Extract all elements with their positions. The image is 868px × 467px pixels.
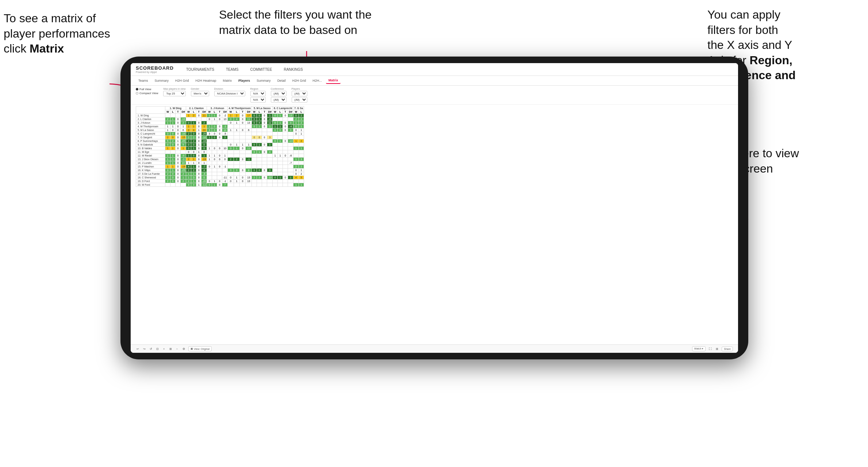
expand-icon[interactable]: ⛶ xyxy=(708,347,712,351)
table-row: 6. C Lamprecht 300-16 200-25 300-5 01 xyxy=(136,132,304,136)
logo-title: SCOREBOARD xyxy=(136,65,174,71)
sub-l-4: L xyxy=(234,110,239,114)
tab-matrix[interactable]: Matrix xyxy=(220,78,235,84)
settings-icon[interactable]: ⚙ xyxy=(182,347,185,351)
conference-label: Conference xyxy=(271,88,287,90)
refresh-icon[interactable]: ↺ xyxy=(149,347,153,351)
sub-t-4: T xyxy=(240,110,246,114)
share-btn[interactable]: Share xyxy=(722,347,733,351)
sub-t-1: T xyxy=(176,110,181,114)
table-row: 20. M Ford 331-11 0107 11 xyxy=(136,183,304,187)
tab-summary[interactable]: Summary xyxy=(152,78,172,84)
player-name-15: 15. P Maichon xyxy=(136,165,165,169)
matrix-table: 1. W Ding 2. L Clanton 3. J Koivun 4. M … xyxy=(136,106,304,187)
col-header-1: 1. W Ding xyxy=(165,107,186,110)
col-header-6: 6. C Lamprecht xyxy=(273,107,293,110)
watch-btn[interactable]: Watch ▾ xyxy=(692,346,706,351)
filter-max-players: Max players in view Top 25 xyxy=(163,88,185,96)
view-full-label: Full View xyxy=(139,88,151,91)
fit-icon[interactable]: ⊞ xyxy=(169,347,172,351)
player-name-18: 18. C Sherwood xyxy=(136,176,165,180)
gender-select[interactable]: Men's xyxy=(191,91,209,96)
share-icon-bottom[interactable]: ⊡ xyxy=(155,347,159,351)
table-row: 18. C Sherwood 2001 1300 -11 01013 220-1… xyxy=(136,176,304,180)
max-players-label: Max players in view xyxy=(163,88,185,90)
tab-h2h-more[interactable]: H2H... xyxy=(310,78,324,84)
players-select-2[interactable]: (All) xyxy=(292,97,307,103)
filters-row: Full View Compact View Max players in vi… xyxy=(131,86,738,105)
view-compact-label: Compact View xyxy=(139,92,158,95)
undo-icon[interactable]: ↩ xyxy=(136,347,139,351)
logo-subtitle: Powered by clippd xyxy=(136,71,174,73)
top-navigation: SCOREBOARD Powered by clippd TOURNAMENTS… xyxy=(131,63,738,76)
table-row: 8. P Summerhays 521-45 220-16 010-13 12 xyxy=(136,139,304,143)
nav-rankings[interactable]: RANKINGS xyxy=(281,67,305,72)
tab-h2h-grid[interactable]: H2H Grid xyxy=(173,78,192,84)
player-name-5: 5. M La Sasso xyxy=(136,128,165,132)
annotation-left: To see a matrix of player performances c… xyxy=(4,11,120,57)
player-name-7: 7. G Sargent xyxy=(136,136,165,139)
table-row: 7. G Sargent 200-15 220-16 1003 0003 xyxy=(136,136,304,139)
division-label: Division xyxy=(214,88,245,90)
app-logo: SCOREBOARD Powered by clippd xyxy=(136,65,174,73)
grid-icon[interactable]: ⊞ xyxy=(715,347,719,351)
table-row: 13. J Skov Olesen 110-3 210-19 1000 220-… xyxy=(136,158,304,161)
max-players-select[interactable]: Top 25 xyxy=(163,91,185,96)
players-select-1[interactable]: (All) xyxy=(292,91,307,96)
header-empty xyxy=(136,107,165,114)
conference-select-1[interactable]: (All) xyxy=(271,91,287,96)
table-row: 11. M Ege 0010 0104 xyxy=(136,150,304,154)
sub-w-1: W xyxy=(165,110,170,114)
table-row: 12. M Riedel 110-6 1001 1101 110-6 xyxy=(136,154,304,158)
tab-players[interactable]: Players xyxy=(236,78,253,84)
tab-detail[interactable]: Detail xyxy=(275,78,288,84)
nav-committee[interactable]: COMMITTEE xyxy=(248,67,274,72)
view-compact-radio[interactable]: Compact View xyxy=(136,92,158,95)
division-select[interactable]: NCAA Division I xyxy=(214,91,245,96)
sub-navigation: Teams Summary H2H Grid H2H Heatmap Matri… xyxy=(131,76,738,86)
radio-full-dot xyxy=(136,88,138,90)
radio-compact-dot xyxy=(136,92,138,94)
sub-d-6: Dif xyxy=(288,110,293,114)
tab-teams[interactable]: Teams xyxy=(136,78,151,84)
zoom-in-icon[interactable]: + xyxy=(162,347,166,351)
filter-division: Division NCAA Division I xyxy=(214,88,245,96)
player-name-14: 14. J Lundin xyxy=(136,161,165,165)
table-row: 17. S De La Fuente 2002 110-8 02 xyxy=(136,172,304,176)
sub-l-7: L xyxy=(299,110,304,114)
region-select-1[interactable]: N/A xyxy=(250,91,266,96)
watch-label: Watch ▾ xyxy=(694,347,704,350)
table-row: 5. M La Sasso 1006 24124 30014 1106 0003… xyxy=(136,128,304,132)
player-name-4: 4. M Thorbjornsen xyxy=(136,125,165,128)
nav-tournaments[interactable]: TOURNAMENTS xyxy=(184,67,216,72)
player-name-16: 16. K Vilips xyxy=(136,169,165,172)
tab-h2h-heatmap[interactable]: H2H Heatmap xyxy=(193,78,219,84)
table-row: 16. K Vilips 310-25 2204 3308 0000 01 xyxy=(136,169,304,172)
player-name-13: 13. J Skov Olesen xyxy=(136,158,165,161)
region-select-2[interactable]: N/A xyxy=(250,97,266,103)
bottom-bar: ↩ ↪ ↺ ⊡ + ⊞ − ⚙ ▣ View: Original Watch ▾… xyxy=(131,344,738,353)
conference-select-2[interactable]: (All) xyxy=(271,97,287,103)
sub-w-5: W xyxy=(252,110,257,114)
player-name-20: 20. M Ford xyxy=(136,183,165,187)
matrix-table-area: 1. W Ding 2. L Clanton 3. J Koivun 4. M … xyxy=(131,105,738,344)
zoom-out-icon[interactable]: − xyxy=(175,347,179,351)
redo-icon[interactable]: ↪ xyxy=(142,347,146,351)
sub-d-1: Dif xyxy=(181,110,186,114)
view-original-btn[interactable]: ▣ View: Original xyxy=(188,346,212,351)
nav-teams[interactable]: TEAMS xyxy=(224,67,241,72)
view-full-radio[interactable]: Full View xyxy=(136,88,158,91)
table-row: 3. J Koivun 1102 0102 01013 04011 0103 1… xyxy=(136,121,304,125)
table-row: 2. L Clanton 210-16 01013 04011 010-6 22 xyxy=(136,117,304,121)
view-icon: ▣ xyxy=(191,347,193,350)
tab-players-summary[interactable]: Summary xyxy=(254,78,273,84)
tab-h2h-grid-2[interactable]: H2H Grid xyxy=(290,78,309,84)
tablet-device: SCOREBOARD Powered by clippd TOURNAMENTS… xyxy=(120,57,748,359)
view-options: Full View Compact View xyxy=(136,88,158,95)
sub-t-6: T xyxy=(283,110,288,114)
player-name-19: 19. D Ford xyxy=(136,180,165,183)
sub-d-5: Dif xyxy=(267,110,273,114)
table-row: 4. M Thorbjornsen 1101 1101 100-3 0101 1… xyxy=(136,125,304,128)
tab-matrix-active[interactable]: Matrix xyxy=(326,77,341,84)
sub-w-4: W xyxy=(228,110,234,114)
